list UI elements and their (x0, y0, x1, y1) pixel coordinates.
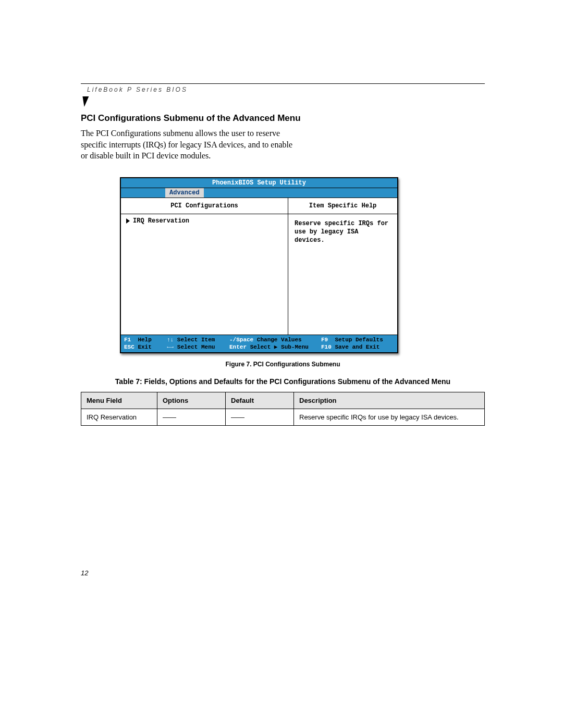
fkey-leftright: ←→ (167, 344, 174, 350)
fkey-select-item-label: Select Item (177, 337, 215, 343)
section-marker-icon (81, 96, 89, 107)
th-options: Options (157, 392, 226, 409)
table-header-row: Menu Field Options Default Description (81, 392, 485, 409)
cell-options: —— (157, 409, 226, 426)
submenu-irq-reservation[interactable]: IRQ Reservation (126, 217, 283, 225)
fkey-f10: F10 (321, 344, 332, 350)
table-caption: Table 7: Fields, Options and Defaults fo… (81, 377, 485, 386)
fkey-enter: Enter (229, 344, 247, 350)
table-row: IRQ Reservation —— —— Reserve specific I… (81, 409, 485, 426)
fkey-help-label: Help (138, 337, 151, 343)
page-number: 12 (81, 569, 88, 577)
fkey-f1: F1 (124, 337, 131, 343)
options-table: Menu Field Options Default Description I… (81, 392, 485, 426)
submenu-arrow-icon (126, 218, 130, 224)
fkey-save-exit-label: Save and Exit (335, 344, 380, 350)
fkey-select-menu-label: Select Menu (177, 344, 215, 350)
bios-footer: F1 Help ↑↓ Select Item -/Space Change Va… (121, 335, 397, 353)
figure-caption: Figure 7. PCI Configurations Submenu (81, 361, 485, 368)
section-title: PCI Configurations Submenu of the Advanc… (81, 113, 485, 124)
bios-right-pane: Item Specific Help Reserve specific IRQs… (288, 198, 397, 335)
cell-menu-field: IRQ Reservation (81, 409, 157, 426)
bios-left-pane: PCI Configurations IRQ Reservation (121, 198, 288, 335)
bios-help-text: Reserve specific IRQs for use by legacy … (288, 214, 397, 335)
submenu-label: IRQ Reservation (133, 217, 189, 225)
footer-row-1: F1 Help ↑↓ Select Item -/Space Change Va… (124, 336, 394, 343)
header-rule (81, 83, 485, 84)
fkey-space: -/Space (229, 337, 253, 343)
bios-left-body: IRQ Reservation (121, 214, 288, 335)
fkey-submenu-label: Select ▶ Sub-Menu (250, 344, 309, 350)
fkey-setup-defaults-label: Setup Defaults (335, 337, 383, 343)
running-head: LifeBook P Series BIOS (81, 86, 485, 93)
tab-advanced[interactable]: Advanced (165, 188, 204, 198)
fkey-change-values-label: Change Values (257, 337, 302, 343)
tab-spacer (121, 188, 165, 198)
bios-right-heading: Item Specific Help (288, 198, 397, 214)
document-page: LifeBook P Series BIOS PCI Configuration… (81, 83, 485, 426)
fkey-esc: ESC (124, 344, 134, 350)
cell-description: Reserve specific IRQs for use by legacy … (294, 409, 485, 426)
bios-left-heading: PCI Configurations (121, 198, 288, 214)
section-body: The PCI Configurations submenu allows th… (81, 128, 300, 162)
th-description: Description (294, 392, 485, 409)
footer-row-2: ESC Exit ←→ Select Menu Enter Select ▶ S… (124, 343, 394, 351)
cell-default: —— (226, 409, 294, 426)
bios-tab-bar: Advanced (121, 188, 397, 198)
fkey-f9: F9 (321, 337, 328, 343)
bios-body: PCI Configurations IRQ Reservation Item … (121, 198, 397, 335)
bios-screenshot: PhoenixBIOS Setup Utility Advanced PCI C… (120, 177, 398, 354)
th-default: Default (226, 392, 294, 409)
fkey-updown: ↑↓ (167, 337, 174, 343)
fkey-exit-label: Exit (138, 344, 151, 350)
th-menu-field: Menu Field (81, 392, 157, 409)
bios-title: PhoenixBIOS Setup Utility (121, 178, 397, 188)
